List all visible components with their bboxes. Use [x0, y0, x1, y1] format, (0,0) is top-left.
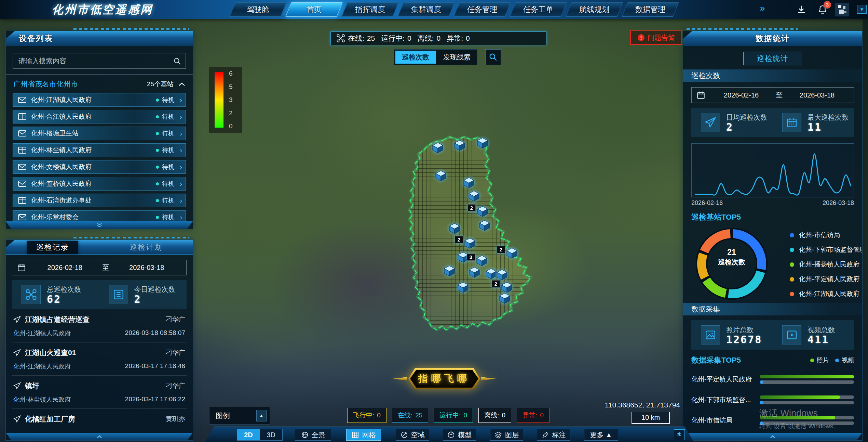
map-legend-button[interactable]: 图例 ▲: [209, 407, 270, 425]
download-icon[interactable]: [796, 4, 806, 15]
donut-segment[interactable]: [729, 272, 761, 294]
avatar[interactable]: [835, 3, 849, 16]
drone-station-marker[interactable]: [476, 137, 489, 149]
station-item[interactable]: 化州-合江镇人民政府待机›: [13, 110, 186, 124]
chevron-right-icon[interactable]: ›: [180, 197, 182, 205]
drone-station-marker[interactable]: [443, 265, 456, 277]
chip-在线[interactable]: 在线:25: [392, 408, 428, 423]
nav-item-集群调度[interactable]: 集群调度: [398, 2, 455, 17]
pin-tool-button[interactable]: [674, 429, 685, 440]
bell-icon[interactable]: 3: [817, 4, 828, 15]
search-icon[interactable]: [173, 57, 181, 65]
nav-item-数据管理[interactable]: 数据管理: [622, 2, 679, 17]
drone-station-marker[interactable]: 2: [506, 247, 518, 259]
legend-item[interactable]: 化州-平定镇人民政府: [790, 275, 862, 284]
drone-station-marker[interactable]: [463, 177, 475, 188]
date-end[interactable]: 2026-03-18: [785, 91, 849, 99]
toolbar-网格[interactable]: 网格: [346, 429, 381, 441]
drone-station-marker[interactable]: 3: [476, 255, 488, 266]
date-end[interactable]: 2026-03-18: [112, 264, 182, 272]
nav-item-任务工单[interactable]: 任务工单: [510, 2, 567, 17]
drone-station-marker[interactable]: [499, 292, 511, 304]
date-start[interactable]: 2026-02-16: [709, 91, 773, 99]
inspection-stats-button[interactable]: 巡检统计: [743, 52, 802, 65]
legend-item[interactable]: 化州-市信访局: [790, 231, 862, 239]
station-item[interactable]: 化州-格塘卫生站待机›: [13, 127, 186, 140]
nav-item-任务管理[interactable]: 任务管理: [454, 2, 511, 17]
chevron-right-icon[interactable]: ›: [180, 113, 182, 121]
record-item[interactable]: 江湖山火巡查01刁华广化州-江湖镇人民政府2026-03-17 17:18:46: [12, 342, 187, 376]
toolbar-标注[interactable]: 标注: [537, 429, 570, 441]
date-start[interactable]: 2026-02-18: [30, 264, 100, 272]
tab-巡检计划[interactable]: 巡检计划: [121, 241, 171, 254]
toolbar-空域[interactable]: 空域: [396, 429, 429, 441]
stats-scroll-up[interactable]: [683, 433, 862, 440]
records-scroll-up[interactable]: [6, 433, 193, 440]
chip-离线[interactable]: 离线:0: [478, 408, 511, 423]
nav-item-航线规划[interactable]: 航线规划: [566, 2, 623, 17]
drone-station-marker[interactable]: 2: [476, 206, 489, 217]
capture-row[interactable]: 化州-市信访局: [691, 414, 854, 427]
station-item[interactable]: 化州-乐堂村委会待机›: [13, 210, 186, 221]
station-item[interactable]: 化州-林尘镇人民政府待机›: [13, 143, 186, 157]
chevron-right-icon[interactable]: ›: [180, 180, 182, 188]
stats-date-range[interactable]: 2026-02-16 至 2026-03-18: [691, 87, 854, 103]
station-item[interactable]: 化州-江湖镇人民政府待机›: [13, 93, 186, 107]
chevron-right-icon[interactable]: ›: [180, 130, 182, 138]
drone-station-marker[interactable]: [457, 282, 469, 293]
problem-alert-button[interactable]: 问题告警: [630, 30, 682, 45]
record-item[interactable]: 镇圩刁华广化州-林尘镇人民政府2026-03-17 17:06:22: [12, 376, 187, 409]
capture-row[interactable]: 化州-平定镇人民政府: [691, 373, 854, 386]
right-scroll-strip[interactable]: [863, 19, 868, 442]
station-item[interactable]: 化州-石湾街道办事处待机›: [13, 194, 186, 207]
map-search-button[interactable]: [485, 49, 501, 65]
station-group-header[interactable]: 广州省茂名市化州市 25个基站: [13, 79, 185, 89]
inspection-date-range[interactable]: 2026-02-18 至 2026-03-18: [12, 260, 187, 275]
drone-station-marker[interactable]: [435, 170, 447, 182]
drone-station-marker[interactable]: [453, 140, 466, 151]
toggle-3d[interactable]: 3D: [260, 429, 282, 440]
capture-row[interactable]: 化州-下郭市场监督...: [691, 393, 854, 406]
record-item[interactable]: 江湖镇占道经营巡查刁华广化州-江湖镇人民政府2026-03-18 08:58:0…: [12, 309, 187, 342]
drone-station-marker[interactable]: [448, 223, 461, 234]
drone-station-marker[interactable]: [485, 268, 497, 280]
chevron-right-icon[interactable]: ›: [180, 163, 182, 171]
drone-station-marker[interactable]: 2: [501, 282, 513, 293]
chip-异常[interactable]: 异常:0: [517, 408, 550, 423]
station-item[interactable]: 化州-文楼镇人民政府待机›: [13, 160, 186, 174]
mode-发现线索[interactable]: 发现线索: [437, 50, 477, 65]
toolbar-图层[interactable]: 图层: [490, 429, 523, 441]
nav-item-驾驶舱[interactable]: 驾驶舱: [230, 2, 287, 17]
search-input[interactable]: [13, 53, 186, 68]
legend-item[interactable]: 化州-播扬镇人民政府: [790, 260, 862, 269]
donut-segment[interactable]: [702, 254, 705, 278]
device-list-scroll-down[interactable]: [6, 221, 193, 229]
drone-station-marker[interactable]: [478, 220, 491, 231]
toolbar-模型[interactable]: 模型: [443, 429, 476, 441]
chip-飞行中[interactable]: 飞行中:0: [347, 408, 386, 423]
record-item[interactable]: 化橘红加工厂房黄琪亦: [12, 409, 187, 433]
mode-巡检次数[interactable]: 巡检次数: [395, 51, 436, 64]
chip-运行中[interactable]: 运行中:0: [434, 408, 473, 423]
chevron-right-icon[interactable]: ›: [180, 146, 182, 154]
drone-station-marker[interactable]: [468, 266, 480, 278]
chevron-right-icon[interactable]: ›: [180, 96, 182, 104]
toolbar-全景[interactable]: 全景: [295, 429, 331, 441]
station-item[interactable]: 化州-笪桥镇人民政府待机›: [13, 177, 186, 191]
nav-collapse-chevron-icon[interactable]: »: [760, 3, 763, 14]
drone-station-marker[interactable]: [468, 190, 480, 202]
user-menu-caret-icon[interactable]: ▼: [857, 5, 867, 14]
legend-item[interactable]: 化州-江湖镇人民政府: [790, 289, 862, 298]
legend-item[interactable]: 化州-下郭市场监督管理所: [790, 245, 862, 254]
drone-station-marker[interactable]: 2: [464, 237, 476, 249]
dimension-toggle[interactable]: 2D 3D: [237, 429, 283, 441]
chevron-up-icon[interactable]: [178, 82, 185, 87]
drone-station-marker[interactable]: [496, 269, 508, 281]
toggle-2d[interactable]: 2D: [237, 429, 260, 440]
toolbar-更多[interactable]: 更多 ▲: [584, 429, 618, 441]
nav-item-指挥调度[interactable]: 指挥调度: [342, 2, 399, 17]
tab-巡检记录[interactable]: 巡检记录: [27, 241, 78, 254]
nav-item-首页[interactable]: 首页: [286, 2, 343, 17]
chevron-right-icon[interactable]: ›: [180, 213, 182, 221]
drone-station-marker[interactable]: [432, 142, 444, 154]
